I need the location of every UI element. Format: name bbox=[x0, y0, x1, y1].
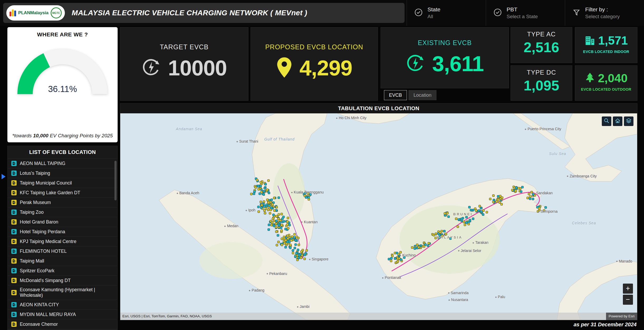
ev-charger-icon bbox=[11, 171, 17, 176]
type-ac-value: 2,516 bbox=[511, 39, 572, 55]
map-home-button[interactable] bbox=[613, 117, 622, 126]
map-label-sea: Sulu Sea bbox=[549, 152, 566, 156]
map-label-city: Banda Aceh bbox=[177, 191, 199, 195]
map-label-city: Pontianak bbox=[382, 275, 401, 280]
map-label-city: Zamboanga City bbox=[567, 174, 597, 178]
charging-cycle-icon bbox=[142, 58, 161, 78]
map-panel: TABULATION EVCB LOCATION bbox=[120, 103, 637, 320]
type-dc-label: TYPE DC bbox=[511, 69, 572, 76]
map-controls bbox=[602, 117, 633, 126]
title-bar: PLANMalaysia MGTC MALAYSIA ELECTRIC VEHI… bbox=[3, 3, 405, 23]
list-item[interactable]: Lotus's Taiping bbox=[8, 168, 117, 178]
gauge-note-target: 10,000 bbox=[33, 133, 49, 138]
ev-charger-icon bbox=[11, 229, 17, 234]
list-item[interactable]: Hotel Grand Baron bbox=[8, 217, 117, 227]
list-item[interactable]: McDonald's Simpang DT bbox=[8, 275, 117, 285]
list-item[interactable]: Taiping Mall bbox=[8, 256, 117, 266]
list-item-label: Taiping Municipal Council bbox=[20, 180, 72, 186]
list-item-label: MYDIN MALL MERU RAYA bbox=[20, 312, 76, 317]
list-item[interactable]: FLEMINGTON HOTEL bbox=[8, 246, 117, 256]
type-ac-card: TYPE AC 2,516 bbox=[511, 27, 572, 63]
tab-evcb[interactable]: EVCB bbox=[384, 90, 407, 100]
pbt-filter[interactable]: PBT Select a State bbox=[486, 0, 565, 26]
list-item[interactable]: Taiping Zoo bbox=[8, 207, 117, 217]
map-label-city: Sandakan bbox=[534, 191, 553, 195]
indoor-evcb-value: 1,571 bbox=[598, 34, 628, 47]
map-label-city: Puerto Princesa City bbox=[525, 127, 561, 131]
map-label-city: Ho Chi Minh City bbox=[336, 116, 367, 120]
list-item-label: KFC Taiping Lake Garden DT bbox=[20, 190, 80, 196]
header-filters: State All PBT Select a State Filter by :… bbox=[407, 0, 644, 26]
existing-evcb-card: EXISTING EVCB 3,611 bbox=[381, 27, 509, 88]
app-title: MALAYSIA ELECTRIC VEHICLE CHARGING NETWO… bbox=[72, 9, 307, 17]
existing-evcb-value: 3,611 bbox=[432, 51, 484, 76]
where-are-we-panel: WHERE ARE WE ? 36.11% *towards 10,000 EV… bbox=[7, 27, 118, 142]
list-item[interactable]: MYDIN MALL MERU RAYA bbox=[8, 309, 117, 319]
ev-charger-icon bbox=[11, 312, 17, 317]
list-item-label: Hotel Taiping Perdana bbox=[20, 229, 65, 235]
map-label-city: Palu bbox=[495, 295, 505, 299]
category-filter-label: Filter by : bbox=[585, 6, 620, 13]
target-evcb-value: 10000 bbox=[168, 56, 227, 80]
gauge-note: *towards 10,000 EV Charging Points by 20… bbox=[7, 133, 118, 139]
powered-by-esri: Powered by Esri bbox=[606, 313, 637, 320]
ev-charger-icon bbox=[11, 278, 17, 283]
map-labels-layer: Ho Chi Minh CityAndaman SeaSurat ThaniGu… bbox=[120, 113, 637, 320]
zoom-out-button[interactable]: − bbox=[623, 295, 633, 305]
indoor-evcb-card: 1,571 EVCB LOCATED INDOOR bbox=[575, 27, 637, 63]
planmalaysia-logo-icon bbox=[9, 9, 16, 16]
list-item[interactable]: Spritzer EcoPark bbox=[8, 266, 117, 275]
map-viewport[interactable]: Ho Chi Minh CityAndaman SeaSurat ThaniGu… bbox=[120, 113, 637, 320]
ev-charger-icon bbox=[11, 258, 17, 264]
proposed-evcb-value: 4,299 bbox=[299, 56, 352, 80]
list-item[interactable]: Econsave Chemor bbox=[8, 319, 117, 329]
ev-charger-icon bbox=[11, 239, 17, 244]
list-item[interactable]: Taiping Municipal Council bbox=[8, 178, 117, 188]
list-item-label: Econsave Chemor bbox=[20, 322, 58, 327]
expand-panel-handle[interactable] bbox=[2, 174, 6, 179]
ev-charger-icon bbox=[11, 161, 17, 166]
map-title: TABULATION EVCB LOCATION bbox=[120, 104, 637, 113]
ev-charger-icon bbox=[11, 249, 17, 254]
list-item-label: Taiping Zoo bbox=[20, 210, 44, 215]
outdoor-evcb-label: EVCB LOCATED OUTDOOR bbox=[575, 87, 637, 91]
search-icon bbox=[604, 118, 609, 125]
evcb-list-title: LIST OF EVCB LOCATION bbox=[8, 146, 117, 158]
charging-cycle-icon bbox=[406, 54, 425, 74]
category-filter[interactable]: Filter by : Select category bbox=[565, 0, 644, 26]
evcb-location-list-panel: LIST OF EVCB LOCATION AEON MALL TAIPINGL… bbox=[7, 146, 118, 330]
list-item-label: Econsave Kamunting (Hypermarket | Wholes… bbox=[20, 287, 114, 298]
list-item[interactable]: AEON Mall Klebang bbox=[8, 329, 117, 330]
home-icon bbox=[615, 118, 621, 125]
map-label-city: Jambi bbox=[297, 304, 309, 309]
ev-charger-icon bbox=[11, 268, 17, 273]
map-label-city: Medan bbox=[224, 224, 238, 228]
map-layers-button[interactable] bbox=[624, 117, 633, 126]
as-of-date: as per 31 December 2024 bbox=[574, 322, 637, 328]
list-item[interactable]: KFC Taiping Lake Garden DT bbox=[8, 188, 117, 197]
list-item[interactable]: Perak Museum bbox=[8, 197, 117, 207]
map-search-button[interactable] bbox=[602, 117, 611, 126]
planmalaysia-logo-text: PLANMalaysia bbox=[18, 10, 49, 16]
map-label-city: Surat Thani bbox=[237, 139, 258, 143]
list-item-label: KPJ Taiping Medical Centre bbox=[20, 239, 76, 244]
type-ac-label: TYPE AC bbox=[511, 31, 572, 38]
state-filter-label: State bbox=[427, 6, 440, 13]
list-item[interactable]: Econsave Kamunting (Hypermarket | Wholes… bbox=[8, 285, 117, 300]
gauge-title: WHERE ARE WE ? bbox=[7, 31, 118, 38]
tab-location[interactable]: Location bbox=[408, 90, 436, 100]
target-evcb-label: TARGET EVCB bbox=[120, 43, 248, 51]
map-label-city: Semporna bbox=[538, 209, 558, 213]
list-scrollbar-thumb[interactable] bbox=[114, 161, 117, 200]
map-label-city: Padang bbox=[249, 288, 264, 292]
state-filter[interactable]: State All bbox=[407, 0, 486, 26]
list-item[interactable]: AEON MALL TAIPING bbox=[8, 158, 117, 168]
list-item[interactable]: KPJ Taiping Medical Centre bbox=[8, 236, 117, 246]
zoom-in-button[interactable]: + bbox=[623, 284, 633, 294]
list-item-label: McDonald's Simpang DT bbox=[20, 278, 71, 283]
list-item-label: AEON MALL TAIPING bbox=[20, 161, 65, 166]
list-item[interactable]: Hotel Taiping Perdana bbox=[8, 227, 117, 236]
list-item[interactable]: AEON KINTA CITY bbox=[8, 300, 117, 309]
outdoor-evcb-value: 2,040 bbox=[598, 71, 628, 85]
map-label-city: Kuantan bbox=[301, 220, 318, 224]
